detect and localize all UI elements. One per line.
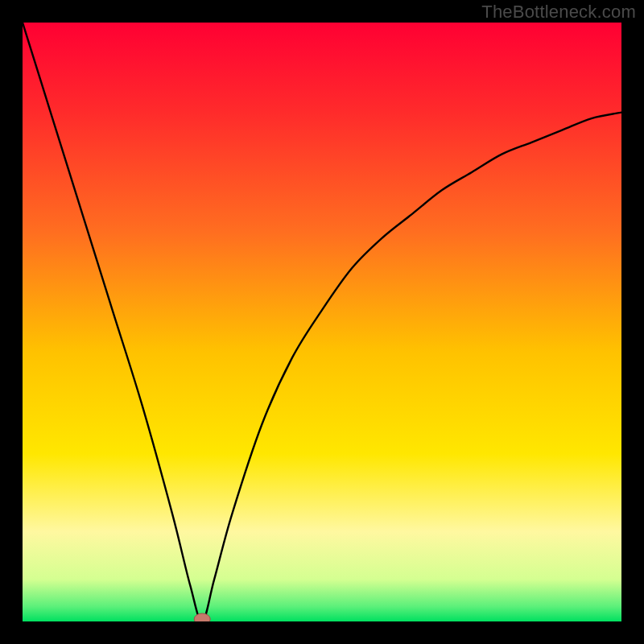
chart-frame: TheBottleneck.com (0, 0, 644, 644)
gradient-background (23, 23, 621, 621)
minimum-marker (194, 613, 210, 621)
chart-svg (23, 23, 621, 621)
watermark-text: TheBottleneck.com (481, 2, 636, 23)
plot-area (23, 23, 621, 621)
